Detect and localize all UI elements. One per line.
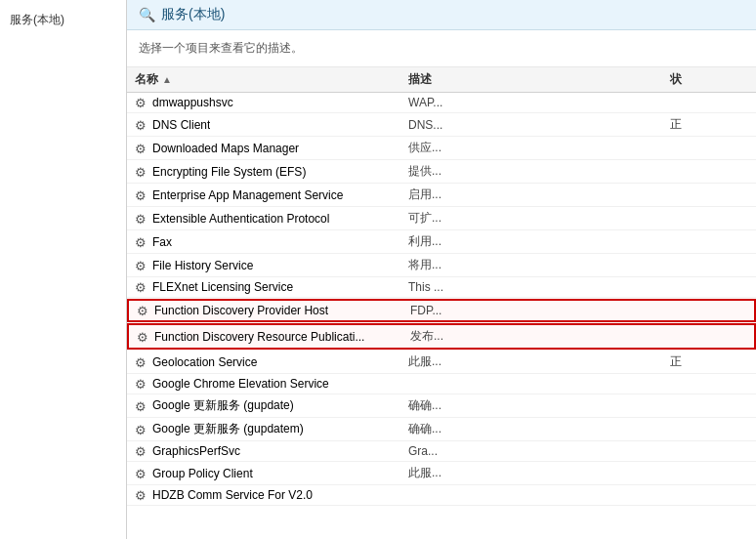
- service-desc: 供应...: [408, 140, 670, 156]
- table-row[interactable]: ⚙ File History Service 将用...: [127, 254, 756, 277]
- table-row[interactable]: ⚙ Enterprise App Management Service 启用..…: [127, 184, 756, 207]
- table-row[interactable]: ⚙ Extensible Authentication Protocol 可扩.…: [127, 207, 756, 230]
- service-name: Encrypting File System (EFS): [152, 165, 306, 179]
- service-name: File History Service: [152, 259, 253, 272]
- service-name: FLEXnet Licensing Service: [152, 280, 293, 294]
- rows-container: ⚙ dmwappushsvc WAP... ⚙ DNS Client DNS..…: [127, 93, 756, 506]
- table-row[interactable]: ⚙ HDZB Comm Service For V2.0: [127, 485, 756, 506]
- service-desc: DNS...: [408, 118, 670, 132]
- table-row[interactable]: ⚙ dmwappushsvc WAP...: [127, 93, 756, 113]
- gear-icon: ⚙: [135, 96, 148, 109]
- gear-icon: ⚙: [135, 423, 148, 436]
- service-status: 正: [670, 353, 748, 370]
- sidebar: 服务(本地): [0, 0, 127, 539]
- table-row[interactable]: ⚙ Google 更新服务 (gupdatem) 确确...: [127, 418, 756, 441]
- table-row[interactable]: ⚙ FLEXnet Licensing Service This ...: [127, 277, 756, 298]
- service-desc: 确确...: [408, 397, 670, 414]
- col-name-label: 名称: [135, 71, 158, 88]
- main-header: 🔍 服务(本地): [127, 0, 756, 30]
- service-name: GraphicsPerfSvc: [152, 444, 240, 458]
- service-name: Geolocation Service: [152, 355, 257, 369]
- table-row[interactable]: ⚙ Geolocation Service 此服... 正: [127, 351, 756, 374]
- service-name: DNS Client: [152, 118, 210, 132]
- table-row[interactable]: ⚙ Google Chrome Elevation Service: [127, 374, 756, 394]
- service-name: Function Discovery Resource Publicati...: [154, 330, 364, 344]
- service-name: Google 更新服务 (gupdatem): [152, 421, 304, 437]
- gear-icon: ⚙: [135, 355, 148, 369]
- service-desc: 启用...: [408, 187, 670, 203]
- service-desc: 提供...: [408, 163, 670, 180]
- description-text: 选择一个项目来查看它的描述。: [139, 41, 303, 55]
- gear-icon: ⚙: [135, 467, 148, 480]
- service-status: 正: [670, 116, 748, 133]
- service-name-cell: ⚙ File History Service: [135, 259, 408, 272]
- service-name: HDZB Comm Service For V2.0: [152, 488, 313, 502]
- service-name-cell: ⚙ Geolocation Service: [135, 355, 408, 369]
- table-row[interactable]: ⚙ Group Policy Client 此服...: [127, 462, 756, 485]
- table-row[interactable]: ⚙ Downloaded Maps Manager 供应...: [127, 137, 756, 160]
- service-name: Function Discovery Provider Host: [154, 304, 328, 317]
- gear-icon: ⚙: [135, 259, 148, 272]
- col-desc-header: 描述: [408, 71, 670, 88]
- gear-icon: ⚙: [135, 377, 148, 391]
- service-desc: 此服...: [408, 353, 670, 370]
- service-name-cell: ⚙ Google 更新服务 (gupdatem): [135, 421, 408, 437]
- table-row[interactable]: ⚙ Fax 利用...: [127, 230, 756, 254]
- service-name: Google Chrome Elevation Service: [152, 377, 329, 391]
- main-header-title: 服务(本地): [161, 6, 225, 23]
- service-desc: This ...: [408, 280, 670, 294]
- gear-icon: ⚙: [135, 118, 148, 132]
- table-row[interactable]: ⚙ DNS Client DNS... 正: [127, 113, 756, 137]
- table-row[interactable]: ⚙ Google 更新服务 (gupdate) 确确...: [127, 394, 756, 418]
- service-name: Group Policy Client: [152, 467, 253, 480]
- app-window: 服务(本地) 🔍 服务(本地) 选择一个项目来查看它的描述。 名称 ▲ 描述 状: [0, 0, 756, 539]
- table-header: 名称 ▲ 描述 状: [127, 67, 756, 93]
- gear-icon: ⚙: [135, 488, 148, 502]
- service-name: Downloaded Maps Manager: [152, 142, 299, 155]
- service-name-cell: ⚙ Group Policy Client: [135, 467, 408, 480]
- table-row[interactable]: ⚙ Encrypting File System (EFS) 提供...: [127, 160, 756, 184]
- col-name-header: 名称 ▲: [135, 71, 408, 88]
- description-area: 选择一个项目来查看它的描述。: [127, 30, 756, 67]
- service-name: Fax: [152, 235, 172, 249]
- gear-icon: ⚙: [135, 399, 148, 413]
- gear-icon: ⚙: [135, 235, 148, 249]
- service-table: 名称 ▲ 描述 状 ⚙ dmwappushsvc WAP... ⚙ DNS Cl…: [127, 67, 756, 539]
- col-status-header: 状: [670, 71, 748, 88]
- table-row[interactable]: ⚙ Function Discovery Provider Host FDP..…: [127, 299, 756, 322]
- service-desc: FDP...: [410, 304, 668, 317]
- service-name-cell: ⚙ Google Chrome Elevation Service: [135, 377, 408, 391]
- service-desc: Gra...: [408, 444, 670, 458]
- service-desc: 确确...: [408, 421, 670, 437]
- service-name-cell: ⚙ GraphicsPerfSvc: [135, 444, 408, 458]
- service-name-cell: ⚙ DNS Client: [135, 118, 408, 132]
- service-name: Google 更新服务 (gupdate): [152, 397, 294, 414]
- service-name-cell: ⚙ Downloaded Maps Manager: [135, 142, 408, 155]
- service-desc: 可扩...: [408, 210, 670, 227]
- service-name-cell: ⚙ Function Discovery Resource Publicati.…: [137, 330, 410, 344]
- service-name: Enterprise App Management Service: [152, 188, 343, 202]
- gear-icon: ⚙: [135, 142, 148, 155]
- service-name: Extensible Authentication Protocol: [152, 212, 329, 226]
- service-desc: WAP...: [408, 96, 670, 109]
- service-name-cell: ⚙ Extensible Authentication Protocol: [135, 212, 408, 226]
- service-name-cell: ⚙ Enterprise App Management Service: [135, 188, 408, 202]
- service-name-cell: ⚙ Encrypting File System (EFS): [135, 165, 408, 179]
- service-name-cell: ⚙ Function Discovery Provider Host: [137, 304, 410, 317]
- service-name-cell: ⚙ Fax: [135, 235, 408, 249]
- table-row[interactable]: ⚙ GraphicsPerfSvc Gra...: [127, 441, 756, 462]
- gear-icon: ⚙: [137, 304, 150, 317]
- services-header-icon: 🔍: [139, 7, 155, 22]
- gear-icon: ⚙: [135, 280, 148, 294]
- table-row[interactable]: ⚙ Function Discovery Resource Publicati.…: [127, 323, 756, 350]
- service-name-cell: ⚙ HDZB Comm Service For V2.0: [135, 488, 408, 502]
- service-desc: 此服...: [408, 465, 670, 481]
- service-name-cell: ⚙ FLEXnet Licensing Service: [135, 280, 408, 294]
- service-name-cell: ⚙ dmwappushsvc: [135, 96, 408, 109]
- gear-icon: ⚙: [135, 444, 148, 458]
- service-name: dmwappushsvc: [152, 96, 233, 109]
- sort-arrow-icon: ▲: [162, 74, 172, 85]
- sidebar-title: 服务(本地): [8, 8, 118, 32]
- gear-icon: ⚙: [137, 330, 150, 344]
- service-desc: 利用...: [408, 233, 670, 250]
